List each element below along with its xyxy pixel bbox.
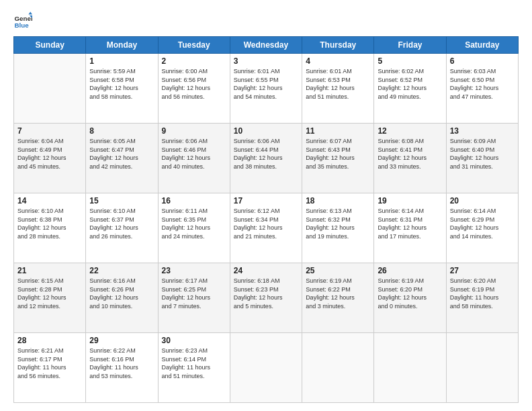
day-info: Sunrise: 6:14 AM Sunset: 6:29 PM Dayligh… [450, 207, 515, 240]
calendar-cell: 22Sunrise: 6:16 AM Sunset: 6:26 PM Dayli… [86, 263, 158, 333]
calendar-cell [374, 333, 446, 403]
svg-text:Blue: Blue [14, 21, 29, 29]
calendar-cell [230, 333, 302, 403]
svg-marker-2 [28, 11, 32, 14]
calendar-cell: 1Sunrise: 5:59 AM Sunset: 6:58 PM Daylig… [86, 54, 158, 124]
day-number: 25 [306, 266, 370, 275]
day-number: 13 [450, 126, 515, 136]
calendar-cell: 21Sunrise: 6:15 AM Sunset: 6:28 PM Dayli… [14, 263, 86, 333]
day-info: Sunrise: 6:04 AM Sunset: 6:49 PM Dayligh… [17, 137, 82, 171]
calendar-cell: 29Sunrise: 6:22 AM Sunset: 6:16 PM Dayli… [86, 333, 158, 403]
day-header-friday: Friday [374, 37, 446, 54]
calendar-cell: 16Sunrise: 6:11 AM Sunset: 6:35 PM Dayli… [158, 193, 230, 263]
day-number: 16 [162, 196, 226, 205]
day-info: Sunrise: 6:01 AM Sunset: 6:55 PM Dayligh… [234, 67, 298, 101]
calendar-cell: 23Sunrise: 6:17 AM Sunset: 6:25 PM Dayli… [158, 263, 230, 333]
calendar-cell: 24Sunrise: 6:18 AM Sunset: 6:23 PM Dayli… [230, 263, 302, 333]
day-info: Sunrise: 6:10 AM Sunset: 6:38 PM Dayligh… [17, 207, 82, 240]
calendar-cell [446, 333, 518, 403]
day-number: 14 [17, 196, 82, 205]
day-number: 21 [17, 266, 82, 275]
day-info: Sunrise: 6:16 AM Sunset: 6:26 PM Dayligh… [89, 277, 154, 310]
day-info: Sunrise: 6:12 AM Sunset: 6:34 PM Dayligh… [234, 207, 298, 240]
day-number: 19 [378, 196, 442, 205]
day-info: Sunrise: 6:13 AM Sunset: 6:32 PM Dayligh… [306, 207, 370, 240]
calendar-cell: 26Sunrise: 6:19 AM Sunset: 6:20 PM Dayli… [374, 263, 446, 333]
day-number: 22 [89, 266, 154, 275]
page: General Blue SundayMondayTuesdayWednesda… [0, 0, 532, 411]
day-number: 4 [306, 56, 370, 66]
calendar-cell: 10Sunrise: 6:06 AM Sunset: 6:44 PM Dayli… [230, 124, 302, 193]
day-number: 18 [306, 196, 370, 205]
day-number: 5 [378, 56, 442, 66]
calendar-cell: 12Sunrise: 6:08 AM Sunset: 6:41 PM Dayli… [374, 124, 446, 193]
day-info: Sunrise: 6:20 AM Sunset: 6:19 PM Dayligh… [450, 277, 515, 310]
day-number: 3 [234, 56, 298, 66]
day-info: Sunrise: 6:19 AM Sunset: 6:22 PM Dayligh… [306, 277, 370, 310]
day-number: 15 [89, 196, 154, 205]
day-number: 1 [89, 56, 154, 66]
day-number: 8 [89, 126, 154, 136]
calendar-cell: 4Sunrise: 6:01 AM Sunset: 6:53 PM Daylig… [302, 54, 374, 124]
calendar-cell: 2Sunrise: 6:00 AM Sunset: 6:56 PM Daylig… [158, 54, 230, 124]
day-number: 28 [17, 336, 82, 345]
calendar-cell: 9Sunrise: 6:06 AM Sunset: 6:46 PM Daylig… [158, 124, 230, 193]
day-info: Sunrise: 6:08 AM Sunset: 6:41 PM Dayligh… [378, 137, 442, 171]
calendar-cell: 18Sunrise: 6:13 AM Sunset: 6:32 PM Dayli… [302, 193, 374, 263]
header: General Blue [13, 11, 519, 30]
logo: General Blue [13, 11, 32, 30]
header-row: SundayMondayTuesdayWednesdayThursdayFrid… [14, 37, 519, 54]
logo-icon: General Blue [13, 11, 32, 30]
day-number: 24 [234, 266, 298, 275]
calendar-cell: 14Sunrise: 6:10 AM Sunset: 6:38 PM Dayli… [14, 193, 86, 263]
day-info: Sunrise: 6:21 AM Sunset: 6:17 PM Dayligh… [17, 347, 82, 380]
day-info: Sunrise: 6:01 AM Sunset: 6:53 PM Dayligh… [306, 67, 370, 101]
day-header-monday: Monday [86, 37, 158, 54]
calendar-cell: 27Sunrise: 6:20 AM Sunset: 6:19 PM Dayli… [446, 263, 518, 333]
day-number: 9 [162, 126, 226, 136]
day-number: 10 [234, 126, 298, 136]
day-info: Sunrise: 6:14 AM Sunset: 6:31 PM Dayligh… [378, 207, 442, 240]
calendar-cell: 8Sunrise: 6:05 AM Sunset: 6:47 PM Daylig… [86, 124, 158, 193]
day-number: 6 [450, 56, 515, 66]
day-info: Sunrise: 6:15 AM Sunset: 6:28 PM Dayligh… [17, 277, 82, 310]
calendar-cell: 7Sunrise: 6:04 AM Sunset: 6:49 PM Daylig… [14, 124, 86, 193]
calendar-cell: 20Sunrise: 6:14 AM Sunset: 6:29 PM Dayli… [446, 193, 518, 263]
day-number: 2 [162, 56, 226, 66]
calendar-cell: 3Sunrise: 6:01 AM Sunset: 6:55 PM Daylig… [230, 54, 302, 124]
week-row-2: 7Sunrise: 6:04 AM Sunset: 6:49 PM Daylig… [14, 124, 519, 193]
week-row-4: 21Sunrise: 6:15 AM Sunset: 6:28 PM Dayli… [14, 263, 519, 333]
calendar-cell: 17Sunrise: 6:12 AM Sunset: 6:34 PM Dayli… [230, 193, 302, 263]
week-row-5: 28Sunrise: 6:21 AM Sunset: 6:17 PM Dayli… [14, 333, 519, 403]
day-header-wednesday: Wednesday [230, 37, 302, 54]
day-info: Sunrise: 6:03 AM Sunset: 6:50 PM Dayligh… [450, 67, 515, 101]
day-number: 27 [450, 266, 515, 275]
day-info: Sunrise: 6:11 AM Sunset: 6:35 PM Dayligh… [162, 207, 226, 240]
calendar-cell: 5Sunrise: 6:02 AM Sunset: 6:52 PM Daylig… [374, 54, 446, 124]
day-number: 29 [89, 336, 154, 345]
day-info: Sunrise: 6:23 AM Sunset: 6:14 PM Dayligh… [162, 347, 226, 380]
day-info: Sunrise: 6:07 AM Sunset: 6:43 PM Dayligh… [306, 137, 370, 171]
day-number: 7 [17, 126, 82, 136]
day-info: Sunrise: 5:59 AM Sunset: 6:58 PM Dayligh… [89, 67, 154, 101]
day-info: Sunrise: 6:00 AM Sunset: 6:56 PM Dayligh… [162, 67, 226, 101]
calendar-cell [14, 54, 86, 124]
day-info: Sunrise: 6:09 AM Sunset: 6:40 PM Dayligh… [450, 137, 515, 171]
day-info: Sunrise: 6:05 AM Sunset: 6:47 PM Dayligh… [89, 137, 154, 171]
calendar-cell: 25Sunrise: 6:19 AM Sunset: 6:22 PM Dayli… [302, 263, 374, 333]
day-info: Sunrise: 6:06 AM Sunset: 6:44 PM Dayligh… [234, 137, 298, 171]
calendar-cell: 11Sunrise: 6:07 AM Sunset: 6:43 PM Dayli… [302, 124, 374, 193]
calendar-table: SundayMondayTuesdayWednesdayThursdayFrid… [13, 36, 519, 403]
day-info: Sunrise: 6:10 AM Sunset: 6:37 PM Dayligh… [89, 207, 154, 240]
week-row-1: 1Sunrise: 5:59 AM Sunset: 6:58 PM Daylig… [14, 54, 519, 124]
day-info: Sunrise: 6:19 AM Sunset: 6:20 PM Dayligh… [378, 277, 442, 310]
day-header-saturday: Saturday [446, 37, 518, 54]
day-number: 20 [450, 196, 515, 205]
day-number: 30 [162, 336, 226, 345]
day-info: Sunrise: 6:17 AM Sunset: 6:25 PM Dayligh… [162, 277, 226, 310]
day-header-tuesday: Tuesday [158, 37, 230, 54]
calendar-cell: 30Sunrise: 6:23 AM Sunset: 6:14 PM Dayli… [158, 333, 230, 403]
calendar-cell [302, 333, 374, 403]
day-info: Sunrise: 6:18 AM Sunset: 6:23 PM Dayligh… [234, 277, 298, 310]
calendar-cell: 6Sunrise: 6:03 AM Sunset: 6:50 PM Daylig… [446, 54, 518, 124]
